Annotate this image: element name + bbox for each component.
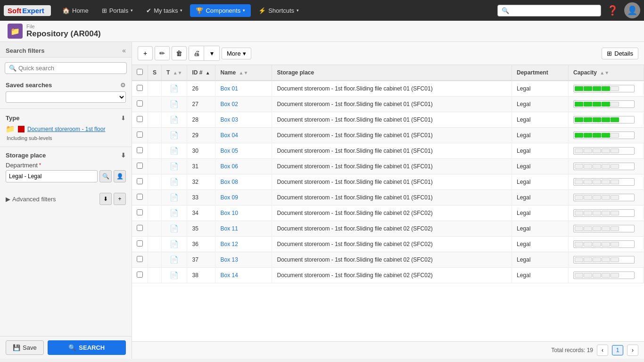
saved-searches-settings-icon[interactable]: ⚙ <box>120 82 126 89</box>
row-checkbox[interactable] <box>137 132 143 138</box>
col-id[interactable]: ID # ▲ <box>187 65 215 81</box>
row-s-col <box>148 221 162 237</box>
table-row: 📄26Box 01Document storeroom - 1st floor.… <box>132 81 644 97</box>
row-name[interactable]: Box 08 <box>215 174 272 190</box>
type-download-icon[interactable]: ⬇ <box>121 115 126 122</box>
col-capacity[interactable]: Capacity ▲▼ <box>569 65 644 81</box>
advanced-filters-add-button[interactable]: + <box>114 193 126 205</box>
department-input[interactable] <box>6 170 98 182</box>
row-checkbox[interactable] <box>137 116 143 122</box>
add-button[interactable]: + <box>138 46 153 60</box>
row-name[interactable]: Box 06 <box>215 159 272 174</box>
global-search-input[interactable] <box>511 7 597 14</box>
folder-icon: 📁 <box>6 124 15 133</box>
row-checkbox[interactable] <box>137 272 143 278</box>
quick-search-input[interactable] <box>18 65 123 72</box>
advanced-filters-row: ▶ Advanced filters ⬇ + <box>0 190 132 208</box>
row-name[interactable]: Box 09 <box>215 190 272 206</box>
capacity-segment <box>611 242 619 247</box>
prev-page-button[interactable]: ‹ <box>597 345 608 356</box>
row-checkbox[interactable] <box>137 163 143 169</box>
mytasks-caret-icon: ▾ <box>180 8 182 13</box>
next-page-button[interactable]: › <box>627 345 638 356</box>
row-capacity <box>569 221 644 237</box>
breadcrumb-text: File Repository (AR004) <box>26 24 101 39</box>
row-checkbox[interactable] <box>137 100 143 107</box>
row-capacity <box>569 190 644 206</box>
row-id: 27 <box>187 97 215 112</box>
row-type-col: 📄 <box>162 97 187 112</box>
row-checkbox[interactable] <box>137 256 143 262</box>
row-checkbox[interactable] <box>137 178 143 184</box>
capacity-segment <box>593 117 601 122</box>
row-checkbox[interactable] <box>137 209 143 215</box>
capacity-segment <box>584 102 592 107</box>
type-red-indicator <box>18 126 25 132</box>
capacity-bar <box>573 132 635 139</box>
department-select-button[interactable]: 👤 <box>114 170 126 182</box>
user-avatar[interactable]: 👤 <box>624 2 640 18</box>
print-button[interactable]: 🖨 <box>189 46 204 60</box>
capacity-segment <box>584 180 592 184</box>
total-records-label: Total records: 19 <box>551 347 593 354</box>
row-name[interactable]: Box 12 <box>215 237 272 252</box>
save-button[interactable]: 💾 Save <box>6 340 44 355</box>
capacity-segment <box>602 117 610 122</box>
capacity-segment <box>602 195 610 200</box>
more-button[interactable]: More ▾ <box>222 48 251 59</box>
row-storage: Document storeroom - 1st floor.Sliding f… <box>272 190 512 206</box>
row-checkbox[interactable] <box>137 85 143 91</box>
details-button[interactable]: ⊞ Details <box>602 48 638 59</box>
table-row: 📄30Box 05Document storeroom - 1st floor.… <box>132 143 644 159</box>
logo[interactable]: SoftExpert <box>4 5 51 16</box>
row-name[interactable]: Box 10 <box>215 206 272 221</box>
row-name[interactable]: Box 02 <box>215 97 272 112</box>
row-name[interactable]: Box 13 <box>215 252 272 268</box>
col-name[interactable]: Name ▲▼ <box>215 65 272 81</box>
table-row: 📄33Box 09Document storeroom - 1st floor.… <box>132 190 644 206</box>
row-checkbox[interactable] <box>137 225 143 231</box>
row-name[interactable]: Box 05 <box>215 143 272 159</box>
help-button[interactable]: ❓ <box>607 5 619 16</box>
department-search-button[interactable]: 🔍 <box>99 170 112 182</box>
sidebar-collapse-button[interactable]: « <box>122 47 126 54</box>
row-type-col: 📄 <box>162 252 187 268</box>
col-s[interactable]: S <box>148 65 162 81</box>
nav-shortcuts[interactable]: ⚡ Shortcuts ▾ <box>253 4 305 17</box>
advanced-filters-download-icon[interactable]: ⬇ <box>99 193 112 205</box>
type-value-link[interactable]: Document storeroom - 1st floor <box>27 126 105 132</box>
nav-home[interactable]: 🏠 Home <box>57 4 94 17</box>
edit-button[interactable]: ✏ <box>155 46 170 60</box>
row-name[interactable]: Box 01 <box>215 81 272 97</box>
row-name[interactable]: Box 11 <box>215 221 272 237</box>
global-search-box[interactable]: 🔍 <box>497 5 601 16</box>
row-checkbox[interactable] <box>137 147 143 153</box>
col-department[interactable]: Department <box>512 65 569 81</box>
search-button[interactable]: 🔍 SEARCH <box>48 340 126 355</box>
col-storage[interactable]: Storage place <box>272 65 512 81</box>
delete-button[interactable]: 🗑 <box>172 46 187 60</box>
row-checkbox[interactable] <box>137 240 143 247</box>
nav-portals[interactable]: ⊞ Portals ▾ <box>96 4 139 17</box>
file-type-icon: 📄 <box>170 271 179 279</box>
row-id: 38 <box>187 268 215 283</box>
row-storage: Document storeroom - 1st floor.Sliding f… <box>272 206 512 221</box>
storage-place-download-icon[interactable]: ⬇ <box>121 152 126 159</box>
row-name[interactable]: Box 14 <box>215 268 272 283</box>
row-checkbox[interactable] <box>137 194 143 200</box>
row-capacity <box>569 206 644 221</box>
nav-components[interactable]: 🏆 Components ▾ <box>190 4 251 17</box>
row-name[interactable]: Box 04 <box>215 128 272 143</box>
capacity-segment <box>611 102 619 107</box>
select-all-checkbox[interactable] <box>137 69 143 75</box>
print-button-group: 🖨 ▾ <box>189 46 220 61</box>
saved-searches-select[interactable] <box>6 91 126 103</box>
nav-mytasks[interactable]: ✔ My tasks ▾ <box>140 4 188 17</box>
row-name[interactable]: Box 03 <box>215 112 272 128</box>
advanced-filters-toggle[interactable]: ▶ Advanced filters <box>6 196 56 203</box>
print-dropdown-button[interactable]: ▾ <box>204 46 219 60</box>
col-checkbox[interactable] <box>132 65 148 81</box>
main-content: + ✏ 🗑 🖨 ▾ More ▾ ⊞ Details S <box>132 42 644 359</box>
quick-search-box[interactable]: 🔍 <box>5 62 127 74</box>
col-t[interactable]: T ▲▼ <box>162 65 187 81</box>
